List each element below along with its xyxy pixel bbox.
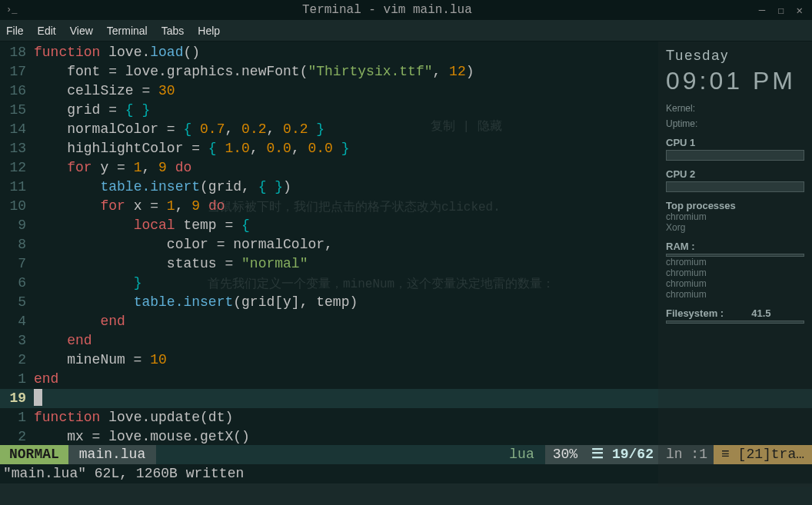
window-icon: ›_	[0, 5, 15, 15]
line-number: 6	[0, 274, 34, 293]
line-number: 10	[0, 197, 34, 216]
code-line[interactable]: 1function love.update(dt)	[0, 408, 812, 427]
status-column: ln :1	[660, 445, 714, 464]
window-title: Terminal - vim main.lua	[15, 3, 759, 17]
status-bar: NORMAL main.lua lua 30% ☰ 19/62 ln :1 ≡ …	[0, 445, 812, 464]
line-number: 13	[0, 139, 34, 158]
code-content: end	[34, 331, 92, 351]
menu-view[interactable]: View	[70, 25, 93, 37]
code-line[interactable]: 16 cellSize = 30	[0, 81, 812, 101]
status-filename: main.lua	[68, 445, 156, 464]
code-line[interactable]: 13 highlightColor = { 1.0, 0.0, 0.0 }	[0, 139, 812, 158]
menu-terminal[interactable]: Terminal	[107, 25, 148, 37]
code-content: mineNum = 10	[34, 351, 167, 370]
code-line[interactable]: 7 status = "normal"	[0, 254, 812, 274]
code-line[interactable]: 3 end	[0, 331, 812, 351]
code-line[interactable]: 2 mineNum = 10	[0, 351, 812, 370]
code-content: grid = { }	[34, 101, 150, 120]
status-mode: NORMAL	[0, 445, 68, 464]
code-line[interactable]: 6 }	[0, 274, 812, 293]
line-number: 1	[0, 370, 34, 389]
code-content: local temp = {	[34, 216, 250, 235]
code-content: function love.update(dt)	[34, 408, 233, 427]
close-button[interactable]: ✕	[797, 4, 803, 17]
menu-tabs[interactable]: Tabs	[161, 25, 185, 37]
maximize-button[interactable]: ☐	[777, 4, 784, 17]
line-number: 18	[0, 43, 34, 62]
code-content: for y = 1, 9 do	[34, 158, 191, 178]
code-line[interactable]: 14 normalColor = { 0.7, 0.2, 0.2 }	[0, 120, 812, 139]
line-number: 8	[0, 235, 34, 254]
status-filetype: lua	[498, 445, 544, 464]
status-percent: 30%	[545, 445, 585, 464]
editor-area[interactable]: 复制 | 隐藏 当鼠标被下时，我们把点击的格子状态改为clicked. 首先我们…	[0, 42, 812, 445]
code-line[interactable]: 17 font = love.graphics.newFont("Thirtys…	[0, 62, 812, 81]
line-number: 17	[0, 62, 34, 81]
menu-file[interactable]: File	[6, 25, 24, 37]
code-content	[34, 389, 42, 408]
code-content: table.insert(grid[y], temp)	[34, 293, 358, 312]
code-line[interactable]: 15 grid = { }	[0, 101, 812, 120]
line-number: 19	[0, 389, 34, 408]
code-content: cellSize = 30	[34, 81, 175, 101]
line-number: 12	[0, 158, 34, 178]
text-cursor	[34, 389, 42, 406]
code-content: status = "normal"	[34, 254, 308, 274]
code-content: end	[34, 370, 58, 389]
line-number: 15	[0, 101, 34, 120]
code-line[interactable]: 12 for y = 1, 9 do	[0, 158, 812, 178]
line-number: 4	[0, 312, 34, 331]
code-line[interactable]: 10 for x = 1, 9 do	[0, 197, 812, 216]
line-number: 1	[0, 408, 34, 427]
line-number: 16	[0, 81, 34, 101]
line-number: 5	[0, 293, 34, 312]
code-content: }	[34, 274, 141, 293]
code-content: function love.load()	[34, 43, 200, 62]
window-titlebar: ›_ Terminal - vim main.lua — ☐ ✕	[0, 0, 812, 20]
status-position: ☰ 19/62	[585, 445, 660, 464]
code-line[interactable]: 4 end	[0, 312, 812, 331]
code-content: table.insert(grid, { })	[34, 178, 291, 197]
code-content: for x = 1, 9 do	[34, 197, 225, 216]
line-number: 9	[0, 216, 34, 235]
code-line[interactable]: 9 local temp = {	[0, 216, 812, 235]
code-line[interactable]: 8 color = normalColor,	[0, 235, 812, 254]
line-number: 7	[0, 254, 34, 274]
code-line[interactable]: 2 mx = love.mouse.getX()	[0, 427, 812, 447]
menu-edit[interactable]: Edit	[38, 25, 56, 37]
code-content: color = normalColor,	[34, 235, 333, 254]
menu-bar: File Edit View Terminal Tabs Help	[0, 20, 812, 42]
line-number: 2	[0, 427, 34, 447]
code-line[interactable]: 11 table.insert(grid, { })	[0, 178, 812, 197]
code-content: mx = love.mouse.getX()	[34, 427, 250, 447]
message-line: "main.lua" 62L, 1260B written	[0, 464, 812, 483]
code-line[interactable]: 5 table.insert(grid[y], temp)	[0, 293, 812, 312]
code-line[interactable]: 1end	[0, 370, 812, 389]
code-content: highlightColor = { 1.0, 0.0, 0.0 }	[34, 139, 350, 158]
code-line[interactable]: 18function love.load()	[0, 43, 812, 62]
line-number: 11	[0, 178, 34, 197]
minimize-button[interactable]: —	[759, 4, 765, 17]
code-content: font = love.graphics.newFont("Thirtysix.…	[34, 62, 474, 81]
code-content: normalColor = { 0.7, 0.2, 0.2 }	[34, 120, 324, 139]
code-line[interactable]: 19	[0, 389, 812, 408]
line-number: 3	[0, 331, 34, 351]
line-number: 2	[0, 351, 34, 370]
line-number: 14	[0, 120, 34, 139]
status-extra: ≡ [21]tra…	[714, 445, 812, 464]
code-content: end	[34, 312, 125, 331]
menu-help[interactable]: Help	[198, 25, 220, 37]
